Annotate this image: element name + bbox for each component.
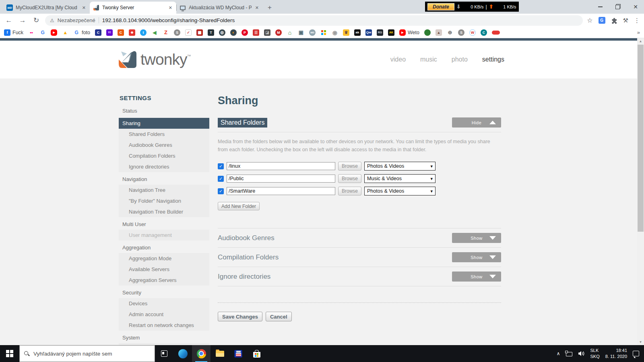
browser-tab[interactable]: Aktualizácia WD MyCloud - PC-H✕ [176, 2, 263, 14]
total-commander-taskbar-button[interactable] [229, 345, 248, 362]
site-nav-settings[interactable]: settings [482, 56, 504, 63]
not-secure-label[interactable]: Nezabezpečené [58, 17, 95, 23]
microsoft-store-taskbar-button[interactable] [248, 345, 266, 362]
url-text[interactable]: 192.168.0.104:9000/webconfig#sharing-Sha… [102, 17, 235, 23]
bookmark-red-receipt[interactable]: ☰ [253, 29, 259, 36]
bookmark-s-gray-2[interactable]: S [458, 29, 464, 36]
edge-taskbar-button[interactable] [173, 345, 192, 362]
hide-button[interactable]: Hide [452, 117, 501, 128]
new-tab-button[interactable]: + [264, 2, 275, 13]
add-new-folder-button[interactable]: Add New Folder [218, 202, 260, 210]
bookmark-youtube[interactable]: ▶ [51, 29, 57, 36]
bookmark-green-home[interactable]: ⌂ [287, 29, 293, 36]
sidebar-item-shared-folders[interactable]: Shared Folders [119, 129, 209, 140]
sidebar-item-available-servers[interactable]: Available Servers [119, 264, 209, 275]
extension-tools-icon[interactable]: ⚒ [623, 17, 628, 24]
file-explorer-taskbar-button[interactable] [211, 345, 229, 362]
sidebar-item-system[interactable]: System [119, 332, 209, 343]
browse-button[interactable]: Browse [338, 174, 361, 183]
folder-path-input[interactable] [227, 175, 335, 183]
address-bar[interactable]: ⚠ Nezabezpečené 192.168.0.104:9000/webco… [45, 15, 583, 26]
bookmark-shopping-cart[interactable]: ⊕ [447, 29, 453, 36]
sidebar-item-ignore-directories[interactable]: Ignore directories [119, 161, 209, 172]
bookmark-s-gray[interactable]: S [174, 29, 180, 36]
folder-checkbox[interactable]: ✓ [218, 163, 224, 169]
bookmark-green-oval[interactable] [424, 29, 431, 36]
bookmark-arrow-up-tan[interactable]: ▲ [436, 29, 442, 36]
bookmark-yahoo[interactable]: Y! [106, 29, 113, 36]
cancel-button[interactable]: Cancel [266, 312, 292, 321]
sidebar-item-security[interactable]: Security [119, 287, 209, 298]
bookmark-red-app[interactable]: ◆ [129, 29, 135, 36]
media-type-select[interactable]: Photos & Videos▾ [364, 162, 436, 171]
bookmark-ak-black[interactable]: ak [354, 29, 361, 36]
bookmark-ak-yellow[interactable]: AK [388, 29, 394, 36]
taskbar-search-box[interactable]: Vyhľadávaný pojem napíšte sem [19, 345, 155, 362]
tab-close-icon[interactable]: ✕ [254, 5, 260, 10]
folder-path-input[interactable] [227, 187, 335, 195]
reload-button[interactable]: ↻ [31, 16, 41, 25]
sidebar-item-compilation-folders[interactable]: Compilation Folders [119, 150, 209, 161]
sidebar-item-navigation-tree-builder[interactable]: Navigation Tree Builder [119, 206, 209, 217]
browser-tab[interactable]: Twonky Server✕ [90, 2, 176, 14]
bookmark-facebook[interactable]: fFuck [4, 29, 23, 36]
sidebar-item-devices[interactable]: Devices [119, 298, 209, 309]
bookmark-t-dark[interactable]: T [208, 29, 214, 36]
bookmark-wd-gray[interactable]: WD [309, 29, 316, 36]
bookmark-gold-emblem[interactable]: ♛ [343, 29, 349, 36]
bookmark-w-circle[interactable]: W [469, 29, 476, 36]
folder-path-input[interactable] [227, 162, 335, 170]
bookmark-pinterest[interactable]: P [242, 29, 248, 36]
start-button[interactable] [0, 345, 19, 362]
save-changes-button[interactable]: Save Changes [218, 312, 262, 321]
sidebar-item-admin-account[interactable]: Admin account [119, 309, 209, 320]
scroll-down-arrow[interactable]: ▼ [637, 339, 644, 345]
browser-tab[interactable]: WDMyCloudEX2Ultra [My Cloud EX2✕ [3, 2, 90, 14]
bookmark-c-orange[interactable]: C [118, 29, 124, 36]
sidebar-item-navigation[interactable]: Navigation [119, 174, 209, 185]
sidebar-item-sharing[interactable]: Sharing [119, 118, 209, 129]
bookmark-qw-blue[interactable]: Qw [365, 29, 372, 36]
show-button[interactable]: Show [452, 233, 501, 243]
close-window-button[interactable]: ✕ [633, 4, 638, 10]
bookmark-green-arrow[interactable]: ◀ [151, 29, 158, 36]
bookmark-google-photos[interactable]: Gfoto [73, 29, 90, 36]
sidebar-item-multi-user[interactable]: Multi User [119, 219, 209, 230]
sidebar-item-status[interactable]: Status [119, 105, 209, 116]
media-type-select[interactable]: Photos & Videos▾ [364, 187, 436, 195]
sidebar-item-aggregation-servers[interactable]: Aggregation Servers [119, 275, 209, 286]
sidebar-item-user-management[interactable]: User management [119, 230, 209, 241]
scrollbar-thumb[interactable] [638, 45, 644, 232]
bookmark-c-dark-blue[interactable]: C [95, 29, 101, 36]
bookmark-google[interactable]: G [39, 29, 46, 36]
folder-checkbox[interactable]: ✓ [218, 176, 224, 182]
chrome-taskbar-button[interactable] [192, 345, 211, 362]
site-nav-music[interactable]: music [420, 56, 437, 63]
media-type-select[interactable]: Music & Videos▾ [364, 174, 436, 183]
browse-button[interactable]: Browse [338, 187, 361, 195]
hidden-icons-chevron[interactable]: ∧ [557, 351, 560, 356]
bookmark-dark-orange-circle[interactable]: ◐ [230, 29, 237, 36]
translate-icon[interactable]: G [599, 17, 605, 24]
tab-close-icon[interactable]: ✕ [168, 5, 173, 10]
action-center-icon[interactable] [633, 351, 639, 356]
task-view-taskbar-button[interactable] [155, 345, 173, 362]
site-nav-photo[interactable]: photo [452, 56, 468, 63]
bookmark-youtube-weto[interactable]: ▶Weto [399, 29, 419, 36]
sidebar-item-aggregation-mode[interactable]: Aggregation Mode [119, 253, 209, 264]
bookmark-m-red[interactable]: M [275, 29, 282, 36]
donate-button[interactable]: Donate [427, 3, 454, 10]
bookmark-z-red[interactable]: Z [163, 29, 169, 36]
network-icon[interactable] [566, 352, 572, 356]
bookmark-star-icon[interactable]: ☆ [587, 16, 592, 24]
minimize-button[interactable] [597, 4, 603, 10]
sidebar-item-aggregation[interactable]: Aggregation [119, 242, 209, 253]
sidebar-item-audiobook-genres[interactable]: Audiobook Genres [119, 140, 209, 150]
bookmark-document-check[interactable]: ✓ [185, 29, 192, 36]
page-scrollbar[interactable]: ▲ ▼ [637, 38, 644, 345]
browser-menu-icon[interactable]: ⋮ [634, 17, 640, 24]
bookmark-photo-thumbnail[interactable]: ◪ [264, 29, 270, 36]
volume-icon[interactable] [578, 351, 585, 356]
bookmark-disc[interactable]: ◉ [332, 29, 338, 36]
show-button[interactable]: Show [452, 252, 501, 262]
